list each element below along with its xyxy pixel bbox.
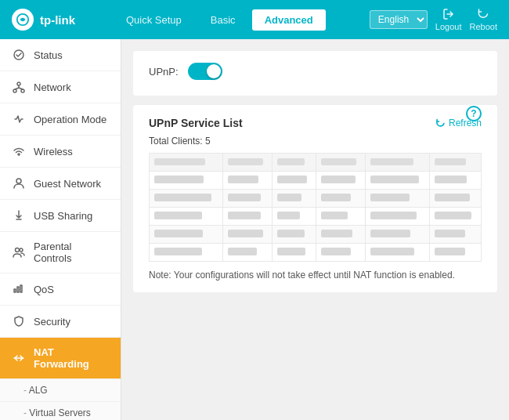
security-icon bbox=[12, 314, 26, 328]
upnp-card: ? UPnP: bbox=[133, 51, 497, 96]
table-cell bbox=[430, 172, 482, 190]
table-cell bbox=[150, 208, 223, 226]
table-cell bbox=[316, 172, 366, 190]
content-area: ? UPnP: UPnP Service List bbox=[121, 39, 509, 420]
table-row bbox=[150, 226, 482, 244]
col-app-desc bbox=[150, 154, 223, 172]
table-cell bbox=[150, 190, 223, 208]
table-row bbox=[150, 208, 482, 226]
table-cell bbox=[430, 226, 482, 244]
table-cell bbox=[366, 244, 430, 262]
service-list-title: UPnP Service List bbox=[149, 117, 243, 129]
total-clients: Total Clients: 5 bbox=[149, 136, 482, 147]
svg-point-7 bbox=[16, 248, 20, 252]
table-cell bbox=[150, 172, 223, 190]
logo: tp-link bbox=[12, 9, 98, 31]
status-icon bbox=[12, 48, 26, 62]
parental-icon bbox=[12, 245, 26, 259]
sidebar-item-usb-sharing[interactable]: USB Sharing bbox=[0, 200, 121, 232]
sidebar: Status Network Operation Mode bbox=[0, 39, 121, 420]
service-list-card: UPnP Service List Refresh Total Clients:… bbox=[133, 105, 497, 292]
note-text: Note: Your configurations will not take … bbox=[149, 270, 482, 281]
svg-point-6 bbox=[16, 179, 21, 183]
sidebar-item-wireless[interactable]: Wireless bbox=[0, 136, 121, 168]
table-row bbox=[150, 244, 482, 262]
table-cell bbox=[150, 226, 223, 244]
tab-advanced[interactable]: Advanced bbox=[252, 9, 326, 31]
table-cell bbox=[222, 244, 272, 262]
sidebar-item-guest-network[interactable]: Guest Network bbox=[0, 168, 121, 200]
wireless-icon bbox=[12, 144, 26, 158]
table-cell bbox=[273, 190, 316, 208]
logo-text: tp-link bbox=[40, 13, 75, 27]
sidebar-item-nat-forwarding[interactable]: NAT Forwarding bbox=[0, 338, 121, 379]
tab-basic[interactable]: Basic bbox=[198, 9, 248, 31]
table-cell bbox=[366, 208, 430, 226]
table-cell bbox=[222, 226, 272, 244]
table-cell bbox=[430, 208, 482, 226]
sidebar-item-security[interactable]: Security bbox=[0, 306, 121, 338]
sidebar-item-operation-mode[interactable]: Operation Mode bbox=[0, 103, 121, 136]
sidebar-sub-alg[interactable]: ALG bbox=[0, 379, 121, 402]
sidebar-item-qos[interactable]: QoS bbox=[0, 273, 121, 306]
table-cell bbox=[316, 226, 366, 244]
table-cell bbox=[273, 172, 316, 190]
table-cell bbox=[316, 208, 366, 226]
network-icon bbox=[12, 80, 26, 94]
table-cell bbox=[222, 208, 272, 226]
table-cell bbox=[430, 244, 482, 262]
svg-point-8 bbox=[20, 248, 23, 252]
main-layout: Status Network Operation Mode bbox=[0, 39, 509, 420]
table-cell bbox=[273, 244, 316, 262]
col-status bbox=[430, 154, 482, 172]
table-cell bbox=[150, 244, 223, 262]
col-int-port bbox=[316, 154, 366, 172]
svg-point-5 bbox=[18, 154, 20, 155]
upnp-label: UPnP: bbox=[149, 66, 179, 78]
tab-quick-setup[interactable]: Quick Setup bbox=[114, 9, 194, 31]
table-row bbox=[150, 190, 482, 208]
table-cell bbox=[316, 190, 366, 208]
guest-icon bbox=[12, 176, 26, 190]
table-row bbox=[150, 172, 482, 190]
logout-button[interactable]: Logout bbox=[435, 8, 462, 31]
col-ext-port bbox=[222, 154, 272, 172]
upnp-toggle[interactable] bbox=[188, 63, 222, 80]
table-cell bbox=[222, 190, 272, 208]
upnp-toggle-row: UPnP: bbox=[149, 63, 482, 80]
sidebar-item-network[interactable]: Network bbox=[0, 71, 121, 103]
logo-icon bbox=[12, 9, 34, 31]
header-right: English Logout Reboot bbox=[370, 8, 497, 31]
table-cell bbox=[222, 172, 272, 190]
nav-tabs: Quick Setup Basic Advanced bbox=[114, 9, 354, 31]
reboot-button[interactable]: Reboot bbox=[470, 8, 497, 31]
usb-icon bbox=[12, 208, 26, 223]
col-ip-addr bbox=[366, 154, 430, 172]
table-cell bbox=[366, 172, 430, 190]
sidebar-item-parental-controls[interactable]: Parental Controls bbox=[0, 232, 121, 273]
section-header: UPnP Service List Refresh bbox=[149, 117, 482, 129]
table-cell bbox=[273, 208, 316, 226]
sidebar-sub-virtual-servers[interactable]: Virtual Servers bbox=[0, 402, 121, 420]
qos-icon bbox=[12, 282, 26, 296]
upnp-table bbox=[149, 153, 482, 262]
operation-icon bbox=[12, 112, 26, 126]
help-icon[interactable]: ? bbox=[466, 106, 482, 121]
table-cell bbox=[366, 226, 430, 244]
table-cell bbox=[430, 190, 482, 208]
sidebar-item-status[interactable]: Status bbox=[0, 39, 121, 71]
table-cell bbox=[316, 244, 366, 262]
header: tp-link Quick Setup Basic Advanced Engli… bbox=[0, 0, 509, 39]
nat-icon bbox=[12, 351, 26, 365]
table-cell bbox=[273, 226, 316, 244]
language-select[interactable]: English bbox=[370, 10, 428, 29]
table-cell bbox=[366, 190, 430, 208]
col-protocol bbox=[273, 154, 316, 172]
